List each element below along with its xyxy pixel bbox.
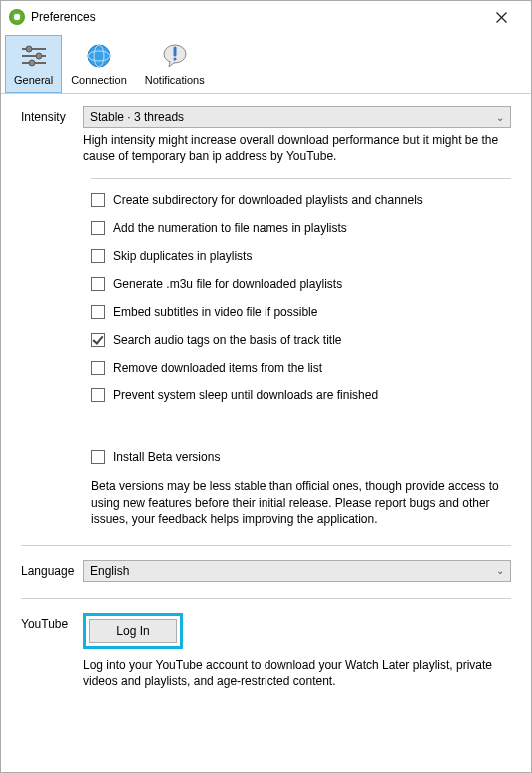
divider <box>91 178 511 179</box>
svg-point-7 <box>29 60 35 66</box>
checkbox-icon <box>91 361 105 375</box>
options-group: Create subdirectory for downloaded playl… <box>91 193 511 527</box>
checkbox-icon <box>91 221 105 235</box>
intensity-dropdown[interactable]: Stable · 3 threads ⌄ <box>83 106 511 128</box>
check-embed-subtitles[interactable]: Embed subtitles in video file if possibl… <box>91 305 511 319</box>
check-beta[interactable]: Install Beta versions <box>91 450 511 464</box>
sliders-icon <box>18 40 50 72</box>
check-label: Generate .m3u file for downloaded playli… <box>113 277 342 291</box>
check-subdirectory[interactable]: Create subdirectory for downloaded playl… <box>91 193 511 207</box>
svg-point-13 <box>173 57 176 60</box>
check-m3u[interactable]: Generate .m3u file for downloaded playli… <box>91 277 511 291</box>
titlebar: Preferences <box>1 1 531 31</box>
tab-label: Notifications <box>145 74 205 86</box>
chevron-down-icon: ⌄ <box>496 112 504 123</box>
check-numeration[interactable]: Add the numeration to file names in play… <box>91 221 511 235</box>
checkbox-icon <box>91 277 105 291</box>
dropdown-value: English <box>90 564 129 578</box>
tab-label: Connection <box>71 74 127 86</box>
globe-icon <box>83 40 115 72</box>
intensity-description: High intensity might increase overall do… <box>83 132 511 164</box>
check-label: Embed subtitles in video file if possibl… <box>113 305 317 319</box>
language-dropdown[interactable]: English ⌄ <box>83 560 511 582</box>
app-icon <box>9 9 25 25</box>
check-label: Install Beta versions <box>113 450 220 464</box>
svg-point-8 <box>88 45 110 67</box>
window-title: Preferences <box>31 10 96 24</box>
svg-point-5 <box>36 53 42 59</box>
check-label: Remove downloaded items from the list <box>113 361 322 375</box>
checkbox-icon <box>91 450 105 464</box>
bubble-exclaim-icon <box>159 40 191 72</box>
dropdown-value: Stable · 3 threads <box>90 110 184 124</box>
close-icon <box>496 12 507 23</box>
tab-general[interactable]: General <box>5 35 62 93</box>
youtube-label: YouTube <box>21 613 83 631</box>
chevron-down-icon: ⌄ <box>496 565 504 576</box>
check-label: Add the numeration to file names in play… <box>113 221 347 235</box>
check-skip-duplicates[interactable]: Skip duplicates in playlists <box>91 249 511 263</box>
divider <box>21 545 511 546</box>
tab-connection[interactable]: Connection <box>62 35 136 93</box>
tab-label: General <box>14 74 53 86</box>
checkbox-icon <box>91 193 105 207</box>
check-label: Prevent system sleep until downloads are… <box>113 388 378 402</box>
check-label: Skip duplicates in playlists <box>113 249 252 263</box>
checkbox-icon <box>91 305 105 319</box>
svg-point-3 <box>26 46 32 52</box>
intensity-label: Intensity <box>21 106 83 124</box>
toolbar: General Connection Notifications <box>1 31 531 94</box>
youtube-description: Log into your YouTube account to downloa… <box>83 657 511 689</box>
beta-description: Beta versions may be less stable than of… <box>91 478 511 527</box>
checkbox-checked-icon <box>91 333 105 347</box>
divider <box>21 598 511 599</box>
tab-notifications[interactable]: Notifications <box>136 35 214 93</box>
check-audio-tags[interactable]: Search audio tags on the basis of track … <box>91 333 511 347</box>
highlight-box: Log In <box>83 613 183 649</box>
check-label: Create subdirectory for downloaded playl… <box>113 193 423 207</box>
check-prevent-sleep[interactable]: Prevent system sleep until downloads are… <box>91 388 511 402</box>
check-label: Search audio tags on the basis of track … <box>113 333 341 347</box>
content-panel: Intensity Stable · 3 threads ⌄ High inte… <box>1 106 531 689</box>
check-remove-downloaded[interactable]: Remove downloaded items from the list <box>91 361 511 375</box>
checkbox-icon <box>91 388 105 402</box>
close-button[interactable] <box>481 5 521 29</box>
language-label: Language <box>21 560 83 578</box>
checkbox-icon <box>91 249 105 263</box>
login-button[interactable]: Log In <box>89 619 177 643</box>
